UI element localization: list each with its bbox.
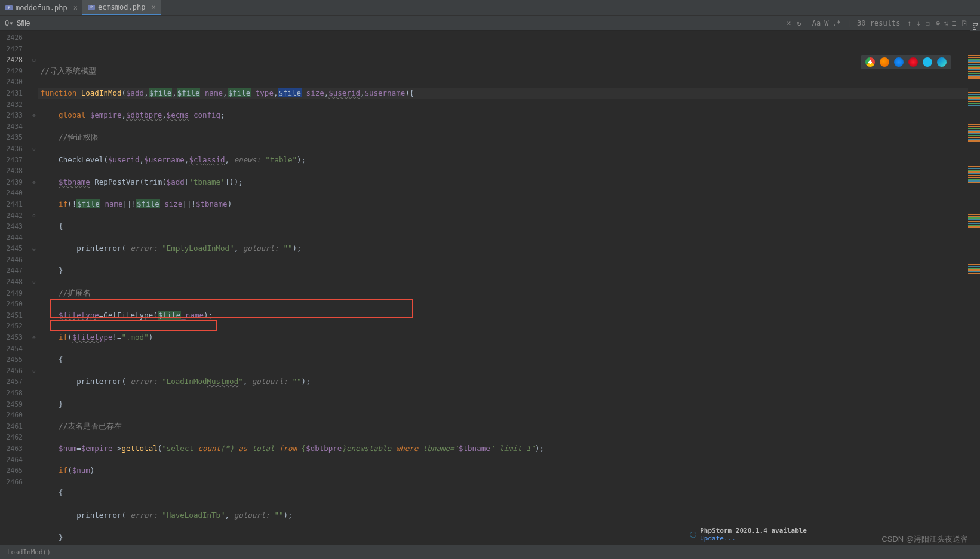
regex-icon[interactable]: .*	[832, 19, 840, 27]
prev-match-icon[interactable]: ↑	[907, 19, 911, 27]
browser-preview-icons	[861, 55, 951, 69]
highlight-box-2	[50, 320, 217, 331]
editor-tabs: P moddofun.php × P ecmsmod.php ×	[0, 0, 980, 16]
toggle-icon[interactable]: ⇅	[944, 19, 948, 27]
status-bar: LoadInMod()	[0, 545, 980, 559]
firefox-icon[interactable]	[880, 57, 889, 67]
chrome-icon[interactable]	[865, 57, 875, 67]
select-occurrence-icon[interactable]: ≣	[952, 19, 956, 27]
notification-title: PhpStorm 2020.1.4 available	[700, 527, 807, 535]
words-icon[interactable]: W	[824, 19, 828, 27]
tab-moddofun[interactable]: P moddofun.php ×	[0, 0, 82, 15]
code-area[interactable]: //导入系统模型 function LoadInMod($add,$file,$…	[38, 31, 980, 545]
match-case-icon[interactable]: Aa	[812, 19, 821, 27]
open-new-icon[interactable]: ⎘	[962, 19, 966, 27]
minimap[interactable]	[968, 31, 980, 545]
safari-icon[interactable]	[894, 57, 904, 67]
next-match-icon[interactable]: ↓	[917, 19, 921, 27]
tab-label: moddofun.php	[16, 4, 67, 12]
update-link[interactable]: Update...	[700, 535, 736, 542]
fold-column: ⊟⊖⊖⊖⊖⊖⊖⊖⊖	[30, 31, 38, 545]
svg-text:P: P	[8, 5, 10, 10]
results-count: 30 results	[857, 19, 900, 27]
find-bar: Q▾ × ↻ Aa W .* | 30 results ↑ ↓ ☐ ⊕ ⇅ ≣ …	[0, 16, 980, 31]
breadcrumb[interactable]: LoadInMod()	[7, 548, 51, 556]
select-all-icon[interactable]: ☐	[926, 19, 930, 27]
info-icon: ⓘ	[690, 530, 696, 539]
line-gutter: 2426242724282429243024312432243324342435…	[0, 31, 30, 545]
php-file-icon: P	[87, 3, 96, 11]
watermark: CSDN @浔阳江头夜送客	[881, 534, 968, 545]
close-icon[interactable]: ×	[151, 3, 155, 11]
tab-label: ecmsmod.php	[98, 3, 145, 11]
opera-icon[interactable]	[908, 57, 918, 67]
update-notification: ⓘ PhpStorm 2020.1.4 available Update...	[684, 524, 813, 545]
search-icon: Q▾	[5, 19, 13, 27]
clear-icon[interactable]: ×	[787, 19, 791, 27]
ie-icon[interactable]	[923, 57, 932, 67]
editor: 2426242724282429243024312432243324342435…	[0, 31, 980, 545]
php-file-icon: P	[5, 4, 13, 12]
close-icon[interactable]: ×	[73, 4, 78, 12]
edge-icon[interactable]	[937, 57, 947, 67]
add-selection-icon[interactable]: ⊕	[936, 19, 940, 27]
svg-text:P: P	[90, 5, 93, 9]
separator: |	[847, 19, 851, 27]
search-input[interactable]	[17, 19, 184, 27]
tab-ecmsmod[interactable]: P ecmsmod.php ×	[82, 0, 161, 15]
history-icon[interactable]: ↻	[797, 19, 801, 27]
